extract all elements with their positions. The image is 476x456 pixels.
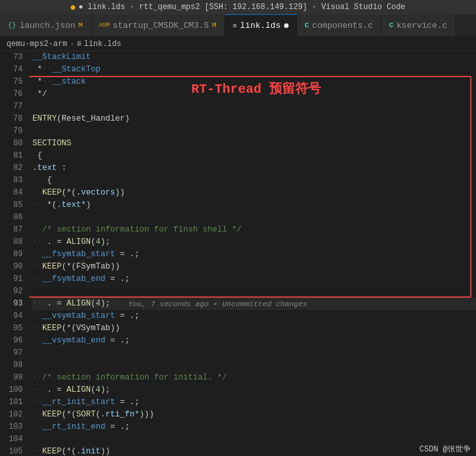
tab-startup[interactable]: ASM startup_CMSDK_CM3.S M [91, 14, 225, 36]
line-num-100: 100 [0, 384, 23, 396]
code-line-90: · · KEEP(*(FSymTab)) [32, 261, 476, 273]
line-num-103: 103 [0, 421, 23, 433]
line-num-101: 101 [0, 396, 23, 409]
tab-label-launch: launch.json [19, 21, 75, 30]
code-content: __StackLimit *· · __StackTop *· · __stac… [32, 51, 476, 456]
line-num-73: 73 [0, 51, 23, 64]
line-num-96: 96 [0, 335, 23, 347]
code-line-99: · · /* section information for initial. … [32, 372, 476, 384]
title-dot [71, 5, 75, 10]
code-line-89: · · __fsymtab_start = .; [32, 248, 476, 261]
line-num-105: 105 [0, 446, 23, 456]
line-num-82: 82 [0, 162, 23, 174]
line-num-88: 88 [0, 236, 23, 248]
tab-link[interactable]: ≡ link.lds [225, 14, 297, 36]
line-num-79: 79 [0, 125, 23, 138]
tab-bar: {} launch.json M ASM startup_CMSDK_CM3.S… [0, 14, 476, 37]
line-num-102: 102 [0, 409, 23, 421]
title-text: ● link.lds - rtt_qemu_mps2 [SSH: 192.168… [78, 3, 405, 12]
code-line-86 [32, 211, 476, 224]
line-num-93: 93 [0, 298, 23, 310]
code-line-105: · · KEEP(*(.init)) [32, 446, 476, 456]
line-num-90: 90 [0, 261, 23, 273]
breadcrumb-left: qemu-mps2-arm [6, 40, 67, 49]
code-line-76: */ [32, 88, 476, 101]
tab-icon-launch: {} [8, 21, 16, 29]
line-num-94: 94 [0, 310, 23, 322]
code-line-97 [32, 347, 476, 359]
line-num-78: 78 [0, 113, 23, 125]
status-bar: CSDN @张世争 [414, 442, 476, 456]
line-num-99: 99 [0, 372, 23, 384]
tab-kservice[interactable]: C kservice.c [381, 14, 456, 36]
line-num-84: 84 [0, 187, 23, 199]
code-line-74: *· · __StackTop [32, 64, 476, 76]
code-line-81: { [32, 150, 476, 162]
code-line-91: · · __fsymtab_end = .; [32, 273, 476, 285]
code-line-84: · · KEEP(*(.vectors)) [32, 187, 476, 199]
code-line-96: · · __vsymtab_end = .; [32, 335, 476, 347]
code-line-94: · · __vsymtab_start = .; [32, 310, 476, 322]
line-num-89: 89 [0, 248, 23, 261]
breadcrumb: qemu-mps2-arm › ≡ link.lds [0, 37, 476, 51]
breadcrumb-sep: › [70, 40, 75, 48]
line-num-75: 75 [0, 76, 23, 88]
code-line-93: · · . = ALIGN(4); You, 7 seconds ago • U… [32, 298, 476, 310]
line-num-77: 77 [0, 101, 23, 113]
line-num-98: 98 [0, 359, 23, 372]
title-bar: ● link.lds - rtt_qemu_mps2 [SSH: 192.168… [0, 0, 476, 14]
git-annotation: You, 7 seconds ago • Uncommitted changes [110, 298, 307, 310]
code-line-75: *· · __stack [32, 76, 476, 88]
tab-icon-link: ≡ [233, 22, 237, 30]
code-line-79 [32, 125, 476, 138]
line-num-81: 81 [0, 150, 23, 162]
line-numbers: 7374757677787980818283848586878889909192… [0, 51, 29, 456]
line-num-91: 91 [0, 273, 23, 285]
tab-launch[interactable]: {} launch.json M [0, 14, 91, 36]
tab-label-kservice: kservice.c [397, 21, 447, 30]
breadcrumb-right: link.lds [84, 40, 121, 49]
line-num-76: 76 [0, 88, 23, 101]
line-num-87: 87 [0, 224, 23, 236]
tab-icon-kservice: C [389, 21, 394, 29]
code-line-88: · · . = ALIGN(4); [32, 236, 476, 248]
line-num-83: 83 [0, 174, 23, 187]
code-line-102: · · KEEP(*(SORT(.rti_fn*))) [32, 409, 476, 421]
line-num-74: 74 [0, 64, 23, 76]
code-line-82: .text : [32, 162, 476, 174]
code-line-80: SECTIONS [32, 138, 476, 150]
code-line-87: · · /* section information for finsh she… [32, 224, 476, 236]
code-line-98 [32, 359, 476, 372]
line-num-80: 80 [0, 138, 23, 150]
code-line-101: · · __rt_init_start = .; [32, 396, 476, 409]
line-num-86: 86 [0, 211, 23, 224]
line-num-104: 104 [0, 433, 23, 446]
code-line-104 [32, 433, 476, 446]
tab-dot-link [284, 23, 289, 28]
breadcrumb-icon: ≡ [77, 40, 81, 49]
code-line-83: { [32, 174, 476, 187]
code-line-100: · · . = ALIGN(4); [32, 384, 476, 396]
line-num-92: 92 [0, 285, 23, 298]
code-line-73: __StackLimit [32, 51, 476, 64]
code-line-103: · · __rt_init_end = .; [32, 421, 476, 433]
code-line-92 [32, 285, 476, 298]
line-num-95: 95 [0, 322, 23, 335]
tab-icon-components: C [305, 21, 309, 29]
tab-icon-startup: ASM [99, 22, 110, 29]
tab-label-startup: startup_CMSDK_CM3.S [113, 21, 209, 30]
code-line-85: · · *(.text*) [32, 199, 476, 211]
editor: 7374757677787980818283848586878889909192… [0, 51, 476, 456]
code-line-78: ENTRY(Reset_Handler) [32, 113, 476, 125]
status-text: CSDN @张世争 [420, 445, 471, 454]
tab-modified-startup: M [212, 21, 217, 29]
code-line-95: · · KEEP(*(VSymTab)) [32, 322, 476, 335]
tab-components[interactable]: C components.c [297, 14, 381, 36]
code-lines[interactable]: RT-Thread 预留符号 __StackLimit *· · __Stack… [29, 51, 476, 456]
code-area: 7374757677787980818283848586878889909192… [0, 51, 476, 456]
tab-modified-launch: M [78, 21, 83, 29]
line-num-97: 97 [0, 347, 23, 359]
code-line-77 [32, 101, 476, 113]
line-num-85: 85 [0, 199, 23, 211]
tab-label-link: link.lds [240, 21, 280, 30]
